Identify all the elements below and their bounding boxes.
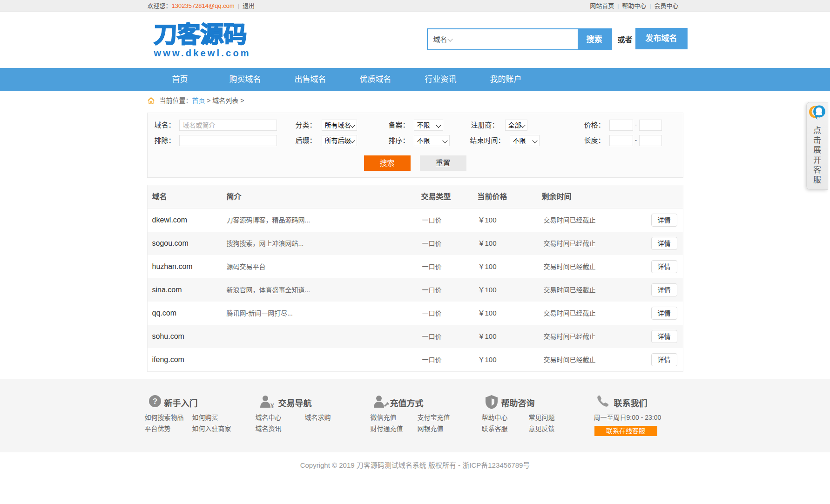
svg-text:¥: ¥ [270, 402, 274, 409]
svg-text:?: ? [152, 397, 157, 406]
